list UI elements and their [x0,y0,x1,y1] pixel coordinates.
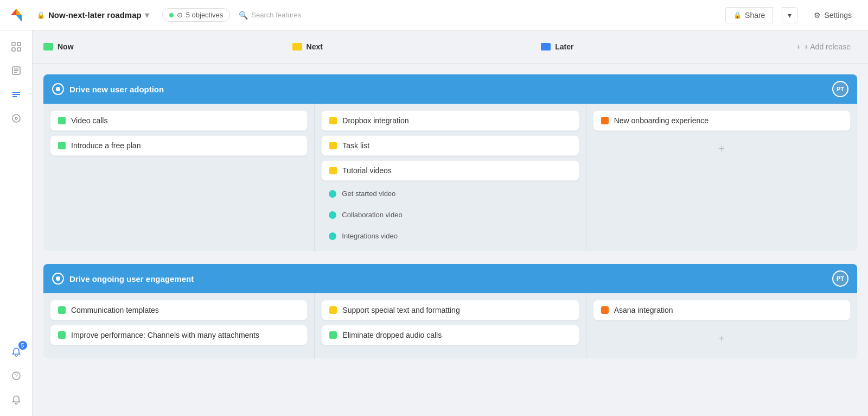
dot-icon [329,306,337,314]
dot-icon [58,142,66,149]
sidebar-item-compass[interactable] [7,109,26,128]
roadmap-title[interactable]: 🔒 Now-next-later roadmap ▾ [37,10,149,20]
feature-improve-perf[interactable]: Improve performance: Channels with many … [50,325,308,345]
objective-header-1[interactable]: Drive new user adoption PT [43,74,857,104]
content-area: Drive new user adoption PT Video calls I… [33,64,868,369]
sidebar-item-grid[interactable] [7,37,26,56]
objective-col-now-1: Video calls Introduce a free plan [43,104,315,251]
dot-icon [329,232,336,240]
settings-button[interactable]: ⚙ Settings [806,8,859,23]
objective-columns-2: Communication templates Improve performa… [43,293,857,358]
feature-task-list[interactable]: Task list [321,135,579,156]
objective-columns-1: Video calls Introduce a free plan Dropbo… [43,104,857,251]
share-dropdown-button[interactable]: ▾ [782,7,797,23]
dot-icon [329,331,337,339]
col-header-now: Now [43,42,292,51]
sidebar-bell[interactable] [7,390,26,409]
next-flag-icon [292,43,302,51]
sidebar: 5 ? [0,30,33,416]
dot-icon [329,117,337,124]
objective-col-later-2: Asana integration + [586,293,857,358]
objective-col-next-2: Support special text and formatting Elim… [315,293,586,358]
add-icon: + [796,42,801,51]
objective-icon-1 [52,83,64,95]
column-headers: Now Next Later + + Add release [33,30,868,64]
notification-badge: 5 [18,341,27,350]
objective-avatar-2: PT [832,270,848,287]
objective-group-2: Drive ongoing user engagement PT Communi… [43,264,857,358]
add-icon: + [718,143,725,155]
sidebar-item-list[interactable] [7,85,26,104]
svg-marker-0 [11,9,16,15]
feature-video-calls[interactable]: Video calls [50,110,308,131]
search-bar[interactable]: 🔍 Search features [239,11,401,20]
dot-icon [601,117,609,124]
objective-col-next-1: Dropbox integration Task list Tutorial v… [315,104,586,251]
svg-text:?: ? [15,373,18,379]
objective-header-2[interactable]: Drive ongoing user engagement PT [43,264,857,293]
top-navigation: 🔒 Now-next-later roadmap ▾ ⊙ 5 objective… [0,0,868,30]
svg-marker-1 [16,9,22,15]
feature-tutorial-videos[interactable]: Tutorial videos [321,160,579,181]
svg-rect-4 [17,42,21,46]
sidebar-item-doc[interactable] [7,61,26,80]
add-feature-later-1[interactable]: + [593,135,851,162]
objective-avatar-1: PT [832,81,848,97]
now-flag-icon [43,43,53,51]
dot-icon [58,306,66,314]
dot-icon [329,167,337,174]
col-header-next: Next [292,42,541,51]
dot-icon [329,142,337,149]
svg-rect-6 [17,48,21,51]
settings-icon: ⚙ [814,11,821,20]
sidebar-notifications[interactable]: 5 [7,342,26,362]
svg-point-15 [15,117,17,119]
feature-collaboration-video[interactable]: Collaboration video [321,206,579,223]
main-content: Now Next Later + + Add release Drive new… [33,30,868,416]
feature-dropbox[interactable]: Dropbox integration [321,110,579,131]
share-lock-icon: 🔒 [733,11,742,19]
lock-icon: 🔒 [37,11,45,19]
feature-support-text[interactable]: Support special text and formatting [321,300,579,320]
feature-comm-templates[interactable]: Communication templates [50,300,308,320]
col-header-later: Later [541,42,790,51]
dropdown-arrow-icon: ▾ [145,10,149,20]
feature-get-started[interactable]: Get started video [321,185,579,202]
objective-col-now-2: Communication templates Improve performa… [43,293,315,358]
svg-marker-2 [16,15,22,22]
objectives-button[interactable]: ⊙ 5 objectives [162,8,231,22]
add-feature-later-2[interactable]: + [593,325,851,352]
add-release-button[interactable]: + + Add release [790,39,857,54]
share-button[interactable]: 🔒 Share [725,7,773,23]
objective-group-1: Drive new user adoption PT Video calls I… [43,74,857,251]
feature-free-plan[interactable]: Introduce a free plan [50,135,308,156]
feature-onboarding[interactable]: New onboarding experience [593,110,851,131]
svg-rect-5 [12,48,15,51]
objective-icon-2 [52,273,64,285]
sidebar-help[interactable]: ? [7,366,26,386]
feature-asana[interactable]: Asana integration [593,300,851,320]
svg-rect-3 [12,42,15,46]
feature-integrations-video[interactable]: Integrations video [321,228,579,244]
dot-icon [58,117,66,124]
later-flag-icon [541,43,551,51]
objective-col-later-1: New onboarding experience + [586,104,857,251]
svg-point-14 [12,115,20,122]
logo[interactable] [9,5,28,25]
search-icon: 🔍 [239,11,248,20]
dot-icon [329,190,336,198]
add-icon: + [718,332,725,345]
dot-icon [58,331,66,339]
feature-audio-calls[interactable]: Eliminate dropped audio calls [321,325,579,345]
dot-icon [329,211,336,219]
dot-icon [601,306,609,314]
